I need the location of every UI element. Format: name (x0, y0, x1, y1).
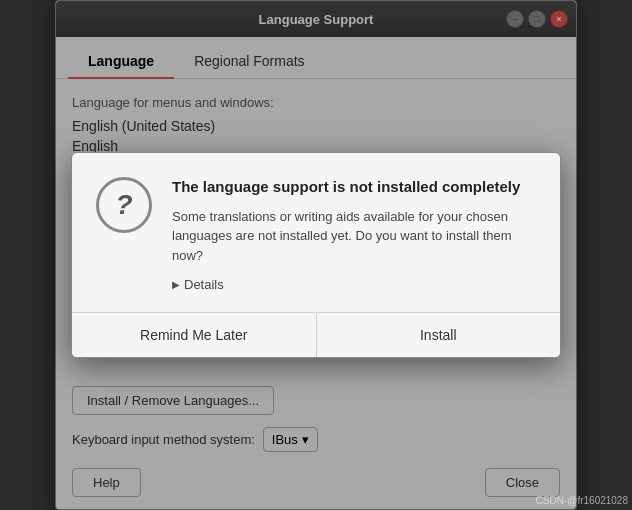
details-link[interactable]: ▶ Details (172, 277, 536, 292)
dialog-body: ? The language support is not installed … (72, 153, 560, 312)
dialog-title: The language support is not installed co… (172, 177, 536, 197)
dialog-message: Some translations or writing aids availa… (172, 207, 536, 266)
remind-later-button[interactable]: Remind Me Later (72, 313, 317, 357)
incomplete-language-dialog: ? The language support is not installed … (71, 152, 561, 358)
dialog-buttons: Remind Me Later Install (72, 312, 560, 357)
dialog-text: The language support is not installed co… (172, 177, 536, 292)
overlay: ? The language support is not installed … (0, 0, 632, 510)
details-arrow-icon: ▶ (172, 279, 180, 290)
install-button[interactable]: Install (317, 313, 561, 357)
question-icon: ? (96, 177, 152, 233)
